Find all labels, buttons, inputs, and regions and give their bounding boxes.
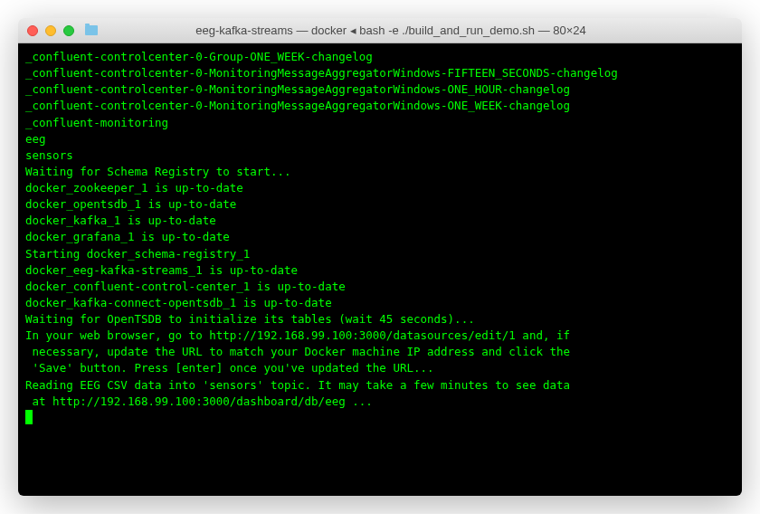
output-line: _confluent-controlcenter-0-MonitoringMes…	[25, 81, 735, 98]
output-line: necessary, update the URL to match your …	[25, 344, 735, 360]
output-line: docker_grafana_1 is up-to-date	[25, 229, 735, 245]
output-line: sensors	[25, 147, 735, 164]
titlebar[interactable]: eeg-kafka-streams — docker ◂ bash -e ./b…	[18, 18, 742, 43]
output-line: In your web browser, go to http://192.16…	[25, 328, 735, 344]
output-line: docker_zookeeper_1 is up-to-date	[25, 180, 735, 196]
output-line: at http://192.168.99.100:3000/dashboard/…	[25, 394, 735, 410]
output-line: eeg	[25, 131, 735, 147]
minimize-button[interactable]	[45, 25, 56, 36]
output-line: _confluent-controlcenter-0-Group-ONE_WEE…	[25, 49, 735, 65]
window-controls	[27, 25, 74, 36]
terminal-window: eeg-kafka-streams — docker ◂ bash -e ./b…	[18, 18, 742, 496]
output-line: Waiting for Schema Registry to start...	[25, 164, 735, 180]
output-line: docker_eeg-kafka-streams_1 is up-to-date	[25, 262, 735, 279]
folder-icon	[85, 25, 98, 35]
output-line: _confluent-monitoring	[25, 115, 735, 131]
close-button[interactable]	[27, 25, 38, 36]
output-line: Reading EEG CSV data into 'sensors' topi…	[25, 377, 735, 394]
output-line: Waiting for OpenTSDB to initialize its t…	[25, 311, 735, 328]
output-line: 'Save' button. Press [enter] once you've…	[25, 360, 735, 376]
terminal-output[interactable]: _confluent-controlcenter-0-Group-ONE_WEE…	[18, 43, 742, 496]
maximize-button[interactable]	[63, 25, 74, 36]
output-line: docker_confluent-control-center_1 is up-…	[25, 279, 735, 295]
output-line: _confluent-controlcenter-0-MonitoringMes…	[25, 65, 735, 81]
output-line: _confluent-controlcenter-0-MonitoringMes…	[25, 98, 735, 114]
output-line: docker_kafka_1 is up-to-date	[25, 213, 735, 229]
output-line: docker_kafka-connect-opentsdb_1 is up-to…	[25, 295, 735, 311]
output-line: docker_opentsdb_1 is up-to-date	[25, 196, 735, 213]
output-line: Starting docker_schema-registry_1	[25, 246, 735, 262]
terminal-cursor	[25, 410, 33, 424]
window-title: eeg-kafka-streams — docker ◂ bash -e ./b…	[103, 24, 733, 37]
